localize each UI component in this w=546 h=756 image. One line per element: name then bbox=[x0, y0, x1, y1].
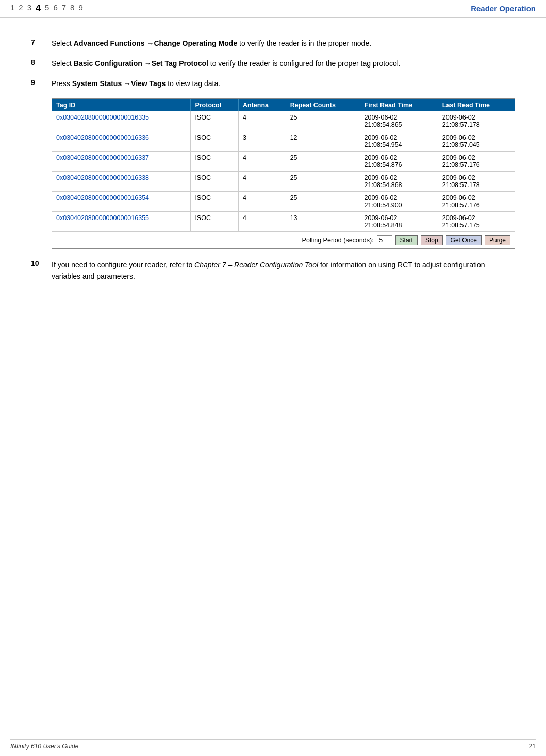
cell-last-read: 2009-06-02 21:08:57.178 bbox=[438, 111, 515, 131]
stop-button[interactable]: Stop bbox=[421, 235, 443, 245]
table-row: 0x030402080000000000016354 ISOC 4 25 200… bbox=[52, 192, 515, 212]
cell-antenna: 4 bbox=[239, 192, 286, 212]
cell-first-read: 2009-06-02 21:08:54.865 bbox=[360, 111, 438, 131]
page-header: 1 2 3 4 5 6 7 8 9 Reader Operation bbox=[0, 0, 546, 18]
page-title: Reader Operation bbox=[471, 4, 536, 13]
nav-4[interactable]: 4 bbox=[36, 3, 41, 14]
cell-first-read: 2009-06-02 21:08:54.868 bbox=[360, 172, 438, 192]
cell-protocol: ISOC bbox=[191, 152, 239, 172]
table-footer: Polling Period (seconds): Start Stop Get… bbox=[52, 231, 515, 248]
cell-protocol: ISOC bbox=[191, 111, 239, 131]
cell-repeat-counts: 25 bbox=[286, 152, 360, 172]
nav-1[interactable]: 1 bbox=[10, 3, 14, 14]
col-last-read: Last Read Time bbox=[438, 99, 515, 111]
step-8-bold: Basic Configuration →Set Tag Protocol bbox=[74, 59, 208, 68]
col-antenna: Antenna bbox=[239, 99, 286, 111]
table-header-row: Tag ID Protocol Antenna Repeat Counts Fi… bbox=[52, 99, 515, 111]
table-row: 0x030402080000000000016337 ISOC 4 25 200… bbox=[52, 152, 515, 172]
cell-protocol: ISOC bbox=[191, 172, 239, 192]
cell-tag-id: 0x030402080000000000016354 bbox=[52, 192, 191, 212]
tag-data-table-container: Tag ID Protocol Antenna Repeat Counts Fi… bbox=[52, 98, 515, 249]
nav-9[interactable]: 9 bbox=[78, 3, 82, 14]
step-7-number: 7 bbox=[31, 38, 52, 46]
cell-repeat-counts: 25 bbox=[286, 172, 360, 192]
page-number: 21 bbox=[529, 743, 536, 750]
cell-last-read: 2009-06-02 21:08:57.178 bbox=[438, 172, 515, 192]
col-first-read: First Read Time bbox=[360, 99, 438, 111]
table-row: 0x030402080000000000016355 ISOC 4 13 200… bbox=[52, 212, 515, 232]
cell-protocol: ISOC bbox=[191, 131, 239, 152]
cell-protocol: ISOC bbox=[191, 212, 239, 232]
cell-repeat-counts: 25 bbox=[286, 192, 360, 212]
cell-antenna: 4 bbox=[239, 172, 286, 192]
cell-repeat-counts: 12 bbox=[286, 131, 360, 152]
start-button[interactable]: Start bbox=[395, 235, 418, 245]
table-row: 0x030402080000000000016335 ISOC 4 25 200… bbox=[52, 111, 515, 131]
table-row: 0x030402080000000000016336 ISOC 3 12 200… bbox=[52, 131, 515, 152]
nav-2[interactable]: 2 bbox=[19, 3, 23, 14]
cell-tag-id: 0x030402080000000000016336 bbox=[52, 131, 191, 152]
page-footer: INfinity 610 User's Guide 21 bbox=[10, 739, 536, 750]
step-7-bold: Advanced Functions →Change Operating Mod… bbox=[74, 39, 237, 47]
step-8-number: 8 bbox=[31, 58, 52, 66]
nav-3[interactable]: 3 bbox=[27, 3, 31, 14]
nav-7[interactable]: 7 bbox=[62, 3, 66, 14]
step-8-text: Select Basic Configuration →Set Tag Prot… bbox=[52, 58, 401, 69]
step-7: 7 Select Advanced Functions →Change Oper… bbox=[31, 38, 515, 49]
step-10-text: If you need to configure your reader, re… bbox=[52, 259, 515, 282]
cell-first-read: 2009-06-02 21:08:54.900 bbox=[360, 192, 438, 212]
polling-input[interactable] bbox=[377, 235, 392, 245]
step-10: 10 If you need to configure your reader,… bbox=[31, 259, 515, 282]
col-protocol: Protocol bbox=[191, 99, 239, 111]
cell-last-read: 2009-06-02 21:08:57.175 bbox=[438, 212, 515, 232]
nav-5[interactable]: 5 bbox=[45, 3, 49, 14]
cell-last-read: 2009-06-02 21:08:57.176 bbox=[438, 152, 515, 172]
cell-antenna: 4 bbox=[239, 111, 286, 131]
step-9-bold: System Status →View Tags bbox=[72, 79, 166, 88]
cell-repeat-counts: 25 bbox=[286, 111, 360, 131]
cell-protocol: ISOC bbox=[191, 192, 239, 212]
cell-tag-id: 0x030402080000000000016338 bbox=[52, 172, 191, 192]
cell-repeat-counts: 13 bbox=[286, 212, 360, 232]
step-10-number: 10 bbox=[31, 259, 52, 267]
get-once-button[interactable]: Get Once bbox=[446, 235, 482, 245]
nav-6[interactable]: 6 bbox=[53, 3, 57, 14]
tag-data-table: Tag ID Protocol Antenna Repeat Counts Fi… bbox=[52, 99, 515, 231]
step-10-italic: Chapter 7 – Reader Configuration Tool bbox=[194, 261, 318, 269]
cell-antenna: 4 bbox=[239, 152, 286, 172]
col-tag-id: Tag ID bbox=[52, 99, 191, 111]
nav-8[interactable]: 8 bbox=[70, 3, 74, 14]
footer-title: INfinity 610 User's Guide bbox=[10, 743, 78, 750]
step-8: 8 Select Basic Configuration →Set Tag Pr… bbox=[31, 58, 515, 69]
chapter-nav[interactable]: 1 2 3 4 5 6 7 8 9 bbox=[10, 3, 83, 14]
col-repeat-counts: Repeat Counts bbox=[286, 99, 360, 111]
cell-last-read: 2009-06-02 21:08:57.176 bbox=[438, 192, 515, 212]
main-content: 7 Select Advanced Functions →Change Oper… bbox=[0, 18, 546, 313]
polling-label: Polling Period (seconds): bbox=[302, 237, 374, 244]
cell-antenna: 4 bbox=[239, 212, 286, 232]
cell-antenna: 3 bbox=[239, 131, 286, 152]
cell-last-read: 2009-06-02 21:08:57.045 bbox=[438, 131, 515, 152]
cell-first-read: 2009-06-02 21:08:54.954 bbox=[360, 131, 438, 152]
cell-tag-id: 0x030402080000000000016337 bbox=[52, 152, 191, 172]
step-9-text: Press System Status →View Tags to view t… bbox=[52, 78, 220, 89]
cell-first-read: 2009-06-02 21:08:54.848 bbox=[360, 212, 438, 232]
step-9-number: 9 bbox=[31, 78, 52, 87]
cell-tag-id: 0x030402080000000000016355 bbox=[52, 212, 191, 232]
cell-tag-id: 0x030402080000000000016335 bbox=[52, 111, 191, 131]
table-row: 0x030402080000000000016338 ISOC 4 25 200… bbox=[52, 172, 515, 192]
step-7-text: Select Advanced Functions →Change Operat… bbox=[52, 38, 371, 49]
purge-button[interactable]: Purge bbox=[485, 235, 510, 245]
cell-first-read: 2009-06-02 21:08:54.876 bbox=[360, 152, 438, 172]
step-9: 9 Press System Status →View Tags to view… bbox=[31, 78, 515, 89]
